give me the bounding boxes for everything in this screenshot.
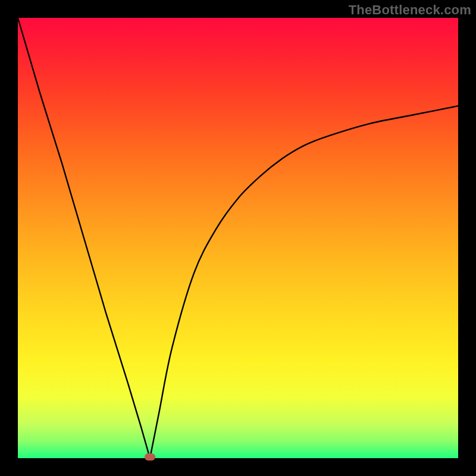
watermark-text: TheBottleneck.com <box>349 2 471 18</box>
min-marker <box>145 453 155 461</box>
plot-area <box>18 18 458 458</box>
bottleneck-curve <box>18 18 458 458</box>
chart-frame: TheBottleneck.com <box>0 0 476 476</box>
curve-svg <box>18 18 458 458</box>
